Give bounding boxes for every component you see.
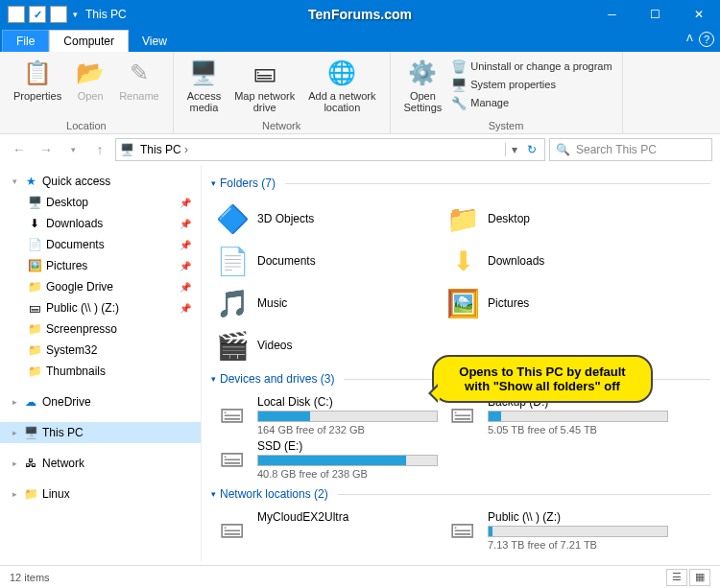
nav-tree: ▾ ★ Quick access 🖥️Desktop📌⬇Downloads📌📄D… (0, 165, 202, 561)
tree-item[interactable]: 📁Thumbnails (0, 361, 201, 382)
group-network-header[interactable]: ▾ Network locations (2) (211, 487, 710, 501)
folder-item[interactable]: 🔷3D Objects (211, 198, 442, 240)
search-icon: 🔍 (556, 143, 570, 156)
tree-onedrive[interactable]: ▸ ☁ OneDrive (0, 391, 201, 412)
qat-icon-1[interactable] (8, 6, 25, 23)
tree-item[interactable]: ⬇Downloads📌 (0, 213, 201, 234)
item-icon: 📁 (27, 365, 42, 378)
tree-network[interactable]: ▸ 🖧 Network (0, 453, 201, 474)
uninstall-button[interactable]: 🗑️Uninstall or change a program (449, 58, 613, 75)
tab-view[interactable]: View (129, 31, 180, 52)
properties-icon: 📋 (22, 58, 53, 88)
capacity-bar (257, 455, 438, 466)
folder-item[interactable]: 🖼️Pictures (442, 282, 672, 324)
tree-item[interactable]: 🖼️Pictures📌 (0, 255, 201, 276)
forward-button[interactable]: → (35, 138, 58, 161)
qat-icon-3[interactable] (50, 6, 67, 23)
tree-quick-access[interactable]: ▾ ★ Quick access (0, 171, 201, 192)
pin-icon: 📌 (180, 261, 191, 271)
item-label: Screenpresso (46, 322, 117, 336)
back-button[interactable]: ← (8, 138, 31, 161)
qat-icon-2[interactable]: ✓ (29, 6, 46, 23)
annotation-callout: Opens to This PC by default with "Show a… (432, 355, 653, 403)
folder-icon: 📁 (445, 201, 480, 236)
tab-file[interactable]: File (2, 30, 49, 52)
breadcrumb[interactable]: This PC (140, 143, 188, 156)
chevron-right-icon[interactable]: ▸ (10, 489, 19, 499)
manage-icon: 🔧 (451, 95, 467, 110)
pin-icon: 📌 (180, 219, 191, 229)
folder-item[interactable]: 🎵Music (211, 282, 442, 324)
item-icon: 📁 (27, 322, 42, 336)
access-media-button[interactable]: 🖥️ Access media (181, 56, 227, 115)
chevron-down-icon[interactable]: ▾ (211, 374, 216, 384)
ribbon-group-network: 🖥️ Access media 🖴 Map network drive 🌐 Ad… (174, 52, 391, 133)
add-location-icon: 🌐 (326, 58, 357, 88)
tree-item[interactable]: 📄Documents📌 (0, 234, 201, 255)
chevron-right-icon[interactable]: ▸ (10, 397, 19, 407)
collapse-ribbon-icon[interactable]: ᐱ (686, 33, 693, 43)
drive-item[interactable]: 🖴SSD (E:)40.8 GB free of 238 GB (211, 437, 442, 482)
recent-button[interactable]: ▾ (61, 138, 84, 161)
tree-this-pc[interactable]: ▸ 🖥️ This PC (0, 422, 201, 443)
rename-button[interactable]: ✎ Rename (113, 56, 165, 104)
tab-computer[interactable]: Computer (49, 30, 129, 52)
chevron-down-icon[interactable]: ▾ (10, 176, 19, 186)
tree-linux[interactable]: ▸ 📁 Linux (0, 483, 201, 505)
properties-button[interactable]: 📋 Properties (8, 56, 67, 104)
refresh-icon[interactable]: ↻ (523, 143, 540, 156)
chevron-right-icon[interactable]: ▸ (10, 459, 19, 468)
sysprops-icon: 🖥️ (451, 77, 467, 92)
network-item[interactable]: 🖴MyCloudEX2Ultra (211, 508, 442, 553)
chevron-down-icon[interactable]: ▾ (211, 489, 216, 499)
group-folders-header[interactable]: ▾ Folders (7) (211, 176, 710, 190)
item-icon: 📁 (27, 280, 42, 294)
tree-item[interactable]: 🖴Public (\\ ) (Z:)📌 (0, 297, 201, 318)
open-settings-button[interactable]: ⚙️ Open Settings (398, 56, 448, 115)
tree-item[interactable]: 📁System32 (0, 340, 201, 361)
drive-item[interactable]: 🖴Local Disk (C:)164 GB free of 232 GB (211, 393, 442, 437)
maximize-button[interactable]: ☐ (634, 0, 677, 29)
tree-item[interactable]: 📁Google Drive📌 (0, 276, 201, 297)
drives-grid: 🖴Local Disk (C:)164 GB free of 232 GB🖴Ba… (211, 393, 710, 482)
search-input[interactable]: 🔍 Search This PC (549, 138, 712, 161)
chevron-down-icon[interactable]: ▾ (211, 178, 216, 188)
chevron-right-icon[interactable]: ▸ (10, 428, 19, 437)
network-item[interactable]: 🖴Public (\\ ) (Z:)7.13 TB free of 7.21 T… (442, 508, 672, 553)
open-button[interactable]: 📂 Open (69, 56, 111, 104)
minimize-button[interactable]: ─ (590, 0, 634, 29)
system-properties-button[interactable]: 🖥️System properties (449, 76, 613, 93)
ribbon-group-system: ⚙️ Open Settings 🗑️Uninstall or change a… (391, 52, 623, 133)
item-label: Desktop (46, 196, 88, 209)
folder-item[interactable]: ⬇Downloads (442, 240, 672, 282)
folder-item[interactable]: 📁Desktop (442, 198, 672, 240)
item-icon: 📄 (27, 238, 42, 251)
capacity-bar (257, 411, 438, 422)
qat-overflow[interactable]: ▾ (73, 10, 78, 19)
address-bar[interactable]: 🖥️ This PC ▾ ↻ (115, 138, 545, 161)
details-view-button[interactable]: ☰ (666, 569, 687, 586)
add-network-location-button[interactable]: 🌐 Add a network location (302, 56, 381, 115)
close-button[interactable]: ✕ (677, 0, 720, 29)
uninstall-icon: 🗑️ (451, 59, 467, 74)
folder-item[interactable]: 📄Documents (211, 240, 442, 282)
pin-icon: 📌 (180, 198, 191, 208)
drive-sub: 164 GB free of 232 GB (257, 424, 438, 435)
icons-view-button[interactable]: ▦ (689, 569, 710, 586)
map-network-drive-button[interactable]: 🖴 Map network drive (228, 56, 300, 115)
manage-button[interactable]: 🔧Manage (449, 94, 613, 111)
quick-access-toolbar: ✓ ▾ (0, 6, 78, 23)
rename-icon: ✎ (124, 58, 155, 88)
network-drive-icon: 🖴 (445, 510, 480, 545)
help-icon[interactable]: ? (699, 32, 714, 47)
drive-label: Local Disk (C:) (257, 395, 438, 409)
tree-item[interactable]: 📁Screenpresso (0, 318, 201, 340)
tree-item[interactable]: 🖥️Desktop📌 (0, 192, 201, 213)
folder-item[interactable]: 🎬Videos (211, 324, 442, 366)
drive-label: SSD (E:) (257, 439, 438, 453)
address-dropdown-icon[interactable]: ▾ (505, 143, 517, 156)
up-button[interactable]: ↑ (88, 138, 111, 161)
this-pc-icon: 🖥️ (120, 143, 134, 156)
item-label: Pictures (46, 259, 87, 272)
item-label: Downloads (46, 217, 103, 230)
